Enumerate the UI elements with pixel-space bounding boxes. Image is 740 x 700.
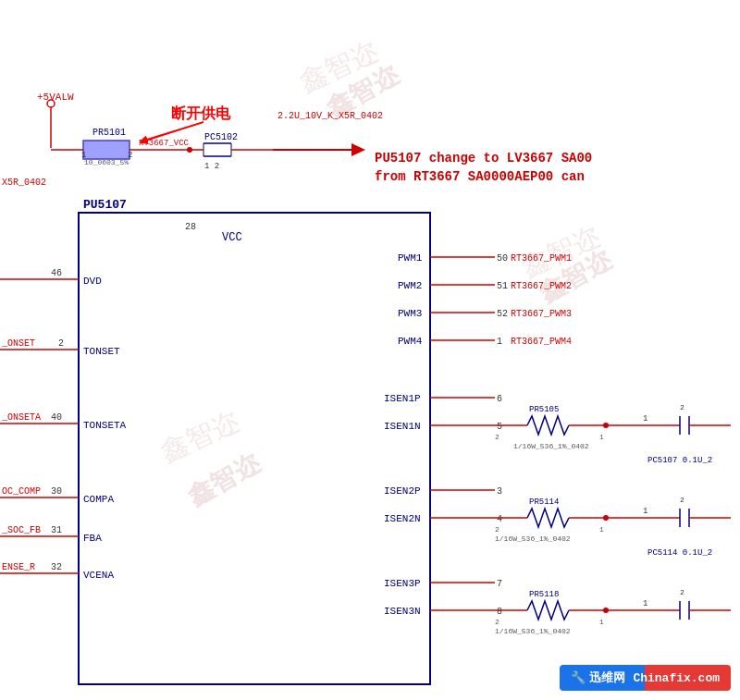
schematic-svg: +5VALW PR5101 1 2 10_0603_5% RT3667_VCC … — [0, 0, 740, 700]
VCENA-label: VCENA — [83, 570, 114, 581]
ISEN2N-label: ISEN2N — [384, 513, 421, 524]
svg-text:1: 1 — [643, 507, 648, 516]
svg-text:3: 3 — [497, 486, 502, 497]
logo-right-text: Chinafix.com — [633, 671, 720, 685]
RT3667-PWM2: RT3667_PWM2 — [511, 281, 572, 291]
PR5101-body — [83, 141, 130, 159]
PC5114-ref: PC5114 0.1U_2 — [648, 548, 712, 558]
svg-text:8: 8 — [497, 607, 502, 617]
svg-text:7: 7 — [497, 579, 502, 589]
PR5105-value: 1/16W_536_1%_0402 — [513, 442, 589, 450]
annotation-arrow — [352, 143, 365, 156]
ISEN1N-label: ISEN1N — [384, 421, 421, 432]
PC5107-ref: PC5107 0.1U_2 — [648, 456, 712, 465]
svg-text:OC_COMP: OC_COMP — [2, 486, 41, 497]
DVD-label: DVD — [83, 276, 102, 287]
svg-text:1: 1 — [643, 414, 648, 424]
watermark-svg-1: 鑫智迩 — [295, 34, 384, 97]
PWM2-label: PWM2 — [398, 280, 422, 291]
PWM1-label: PWM1 — [398, 252, 423, 264]
watermark-svg-2: 鑫智迩 — [517, 219, 606, 282]
PR5101-ref: PR5101 — [92, 128, 126, 138]
svg-text:28: 28 — [185, 222, 196, 232]
ISEN3P-label: ISEN3P — [384, 578, 421, 589]
COMPA-label: COMPA — [83, 494, 114, 505]
PR5105-pin1: 1 — [599, 433, 604, 441]
ISEN3N-label: ISEN3N — [384, 606, 421, 617]
svg-text:2: 2 — [680, 588, 684, 596]
PR5118-symbol — [527, 601, 569, 620]
svg-text:1: 1 — [599, 525, 604, 534]
watermark-svg-3: 鑫智迩 — [156, 404, 245, 467]
RT3667-PWM3: RT3667_PWM3 — [511, 309, 572, 319]
svg-text:50: 50 — [497, 253, 508, 264]
svg-text:1: 1 — [643, 599, 648, 608]
x5r-label: X5R_0402 — [2, 178, 46, 188]
annotation-line1: PU5107 change to LV3667 SA00 — [375, 151, 592, 166]
svg-text:6: 6 — [497, 394, 502, 404]
PC5102-ref: PC5102 — [204, 132, 238, 142]
svg-text:_ONSETA: _ONSETA — [1, 412, 41, 423]
TONSET-label: TONSET — [83, 346, 120, 357]
svg-text:ENSE_R: ENSE_R — [2, 562, 35, 572]
svg-text:51: 51 — [497, 281, 508, 291]
PR5118-ref: PR5118 — [529, 590, 559, 599]
svg-text:1: 1 — [599, 618, 604, 626]
ISEN1P-label: ISEN1P — [384, 393, 421, 404]
VCC-label: VCC — [222, 231, 242, 244]
svg-text:2: 2 — [495, 525, 500, 534]
svg-text:40: 40 — [51, 412, 62, 423]
PU5107-ref-label: PU5107 — [83, 198, 127, 212]
PWM4-label: PWM4 — [398, 336, 423, 347]
FBA-label: FBA — [83, 533, 102, 544]
svg-text:1          2: 1 2 — [204, 162, 219, 171]
svg-text:32: 32 — [51, 562, 62, 572]
PR5114-ref: PR5114 — [529, 497, 559, 507]
PR5105-pin2: 2 — [495, 433, 500, 441]
PR5114-symbol — [527, 509, 569, 527]
svg-text:52: 52 — [497, 309, 508, 319]
annotation-line2: from RT3667 SA0000AEP00 can — [375, 169, 585, 184]
svg-text:5: 5 — [497, 422, 502, 432]
PWM3-label: PWM3 — [398, 308, 422, 319]
svg-text:_ONSET: _ONSET — [1, 338, 35, 349]
svg-text:46: 46 — [51, 268, 62, 278]
PR5105-symbol — [527, 416, 569, 435]
svg-text:2: 2 — [680, 403, 684, 411]
svg-text:30: 30 — [51, 486, 62, 497]
TONSETA-label: TONSETA — [83, 420, 127, 431]
PR5101-value: 10_0603_5% — [84, 158, 129, 166]
svg-text:_SOC_FB: _SOC_FB — [1, 525, 41, 535]
schematic-canvas: 鑫智迩 鑫智迩 鑫智迩 +5VALW PR5101 1 2 10_0603_5%… — [0, 0, 740, 700]
logo-badge: 🔧 迅维网 Chinafix.com — [560, 665, 731, 691]
PR5114-value: 1/16W_536_1%_0402 — [495, 534, 571, 543]
svg-text:2: 2 — [680, 496, 684, 504]
svg-text:2: 2 — [495, 618, 500, 626]
svg-text:31: 31 — [51, 525, 62, 535]
svg-text:4: 4 — [497, 514, 502, 524]
logo-icon: 🔧 — [571, 670, 586, 685]
net-label-top: 2.2U_10V_K_X5R_0402 — [278, 111, 383, 121]
PU5107-box — [79, 213, 430, 684]
PR5118-value: 1/16W_536_1%_0402 — [495, 627, 571, 635]
annotation-chinese: 断开供电 — [171, 105, 231, 121]
logo-left-text: 迅维网 — [589, 669, 625, 686]
svg-text:2: 2 — [58, 338, 64, 349]
svg-text:1: 1 — [497, 337, 502, 347]
power-label: +5VALW — [37, 92, 74, 103]
PR5105-ref: PR5105 — [529, 405, 559, 414]
RT3667-PWM4: RT3667_PWM4 — [511, 337, 572, 347]
ISEN2P-label: ISEN2P — [384, 485, 421, 497]
